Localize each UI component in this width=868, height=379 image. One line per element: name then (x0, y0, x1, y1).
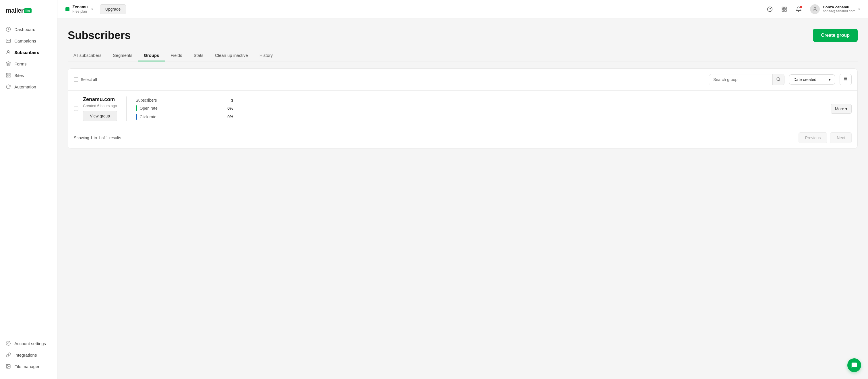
stat-label-open-rate: Open rate (140, 106, 219, 111)
sidebar-item-automation[interactable]: Automation (0, 81, 57, 92)
chat-bubble[interactable] (847, 358, 861, 372)
user-chevron-icon: ▾ (858, 7, 860, 11)
svg-point-2 (7, 51, 9, 52)
filter-icon (843, 77, 848, 81)
svg-rect-5 (9, 73, 10, 75)
image-icon (6, 364, 11, 369)
sidebar-label-dashboard: Dashboard (14, 27, 35, 32)
more-button[interactable]: More ▾ (831, 104, 851, 114)
sidebar-label-sites: Sites (14, 73, 24, 78)
group-stats: Subscribers 3 Open rate 0% Click rate 0% (136, 98, 234, 120)
brand-name: mailer (6, 7, 24, 14)
tab-all-subscribers[interactable]: All subscribers (68, 50, 107, 61)
svg-marker-3 (6, 62, 11, 64)
svg-rect-7 (9, 76, 10, 77)
group-left: Zenamu.com Created 6 hours ago View grou… (83, 96, 117, 121)
sidebar-label-account-settings: Account settings (14, 341, 46, 346)
stat-label-click-rate: Click rate (140, 115, 219, 119)
brand-badge: lite (24, 8, 32, 13)
sidebar-label-forms: Forms (14, 61, 27, 66)
group-divider (126, 96, 127, 121)
user-section[interactable]: Honza Zenamu honza@zenamu.com ▾ (810, 4, 860, 14)
svg-point-10 (7, 365, 8, 366)
svg-rect-13 (782, 7, 784, 9)
sidebar-label-integrations: Integrations (14, 353, 37, 357)
user-info: Honza Zenamu honza@zenamu.com (823, 5, 856, 13)
tab-stats[interactable]: Stats (188, 50, 209, 61)
avatar (810, 4, 820, 14)
date-filter-chevron-icon: ▾ (829, 77, 831, 82)
stat-row-click-rate: Click rate 0% (136, 114, 234, 120)
sidebar-item-subscribers[interactable]: Subscribers (0, 47, 57, 58)
sidebar-item-integrations[interactable]: Integrations (0, 349, 57, 361)
apps-icon[interactable] (780, 5, 789, 14)
notification-dot (800, 6, 802, 8)
upgrade-button[interactable]: Upgrade (100, 4, 126, 14)
svg-rect-14 (785, 7, 786, 9)
select-all-checkbox[interactable] (74, 77, 79, 82)
next-button[interactable]: Next (830, 133, 851, 143)
sidebar-item-forms[interactable]: Forms (0, 58, 57, 69)
clock-icon (6, 27, 11, 32)
sidebar-item-campaigns[interactable]: Campaigns (0, 35, 57, 47)
svg-point-8 (8, 343, 9, 344)
tab-segments[interactable]: Segments (107, 50, 138, 61)
logo: mailerlite (0, 7, 57, 24)
search-icon (776, 77, 781, 82)
stat-label-subscribers: Subscribers (136, 98, 219, 103)
chat-icon (851, 362, 857, 368)
pagination-info: Showing 1 to 1 of 1 results (74, 136, 121, 140)
page-header: Subscribers Create group (68, 29, 858, 42)
tab-fields[interactable]: Fields (165, 50, 188, 61)
search-container (709, 74, 784, 85)
sidebar-nav: Dashboard Campaigns Subscribers Forms Si… (0, 24, 57, 92)
groups-card: Select all Date created ▾ (68, 68, 858, 149)
workspace-info: Zenamu Free plan (72, 5, 88, 13)
sidebar-label-subscribers: Subscribers (14, 50, 39, 55)
table-toolbar: Select all Date created ▾ (68, 69, 857, 91)
sidebar-label-automation: Automation (14, 84, 36, 89)
stat-value-click-rate: 0% (222, 115, 234, 119)
person-icon (6, 50, 11, 55)
click-rate-bar (136, 114, 137, 120)
svg-rect-16 (785, 9, 786, 11)
notifications-icon[interactable] (794, 5, 803, 14)
tab-groups[interactable]: Groups (138, 50, 165, 61)
sidebar-item-dashboard[interactable]: Dashboard (0, 24, 57, 35)
workspace-chevron-icon: ▾ (91, 7, 93, 11)
workspace-status-dot (65, 7, 69, 11)
svg-line-19 (779, 80, 780, 81)
group-checkbox[interactable] (74, 107, 79, 111)
sidebar: mailerlite Dashboard Campaigns Subscribe… (0, 0, 57, 379)
tab-clean-up-inactive[interactable]: Clean up inactive (209, 50, 254, 61)
filter-options-button[interactable] (840, 74, 851, 85)
search-button[interactable] (772, 75, 784, 85)
grid-icon (6, 72, 11, 78)
page-title: Subscribers (68, 29, 131, 41)
previous-button[interactable]: Previous (799, 133, 827, 143)
help-icon[interactable] (765, 5, 774, 14)
view-group-button[interactable]: View group (83, 111, 117, 121)
user-email: honza@zenamu.com (823, 9, 856, 13)
stat-value-open-rate: 0% (222, 106, 234, 111)
date-filter-dropdown[interactable]: Date created ▾ (789, 75, 835, 85)
envelope-icon (6, 38, 11, 43)
sidebar-item-account-settings[interactable]: Account settings (0, 338, 57, 349)
select-all-label[interactable]: Select all (81, 77, 97, 82)
pagination: Showing 1 to 1 of 1 results Previous Nex… (68, 127, 857, 148)
svg-rect-6 (6, 76, 8, 77)
layers-icon (6, 61, 11, 66)
link-icon (6, 352, 11, 357)
sidebar-item-file-manager[interactable]: File manager (0, 361, 57, 372)
sidebar-bottom: Account settings Integrations File manag… (0, 335, 57, 372)
refresh-icon (6, 84, 11, 89)
pagination-buttons: Previous Next (799, 133, 851, 143)
search-input[interactable] (709, 75, 772, 84)
group-created: Created 6 hours ago (83, 104, 117, 108)
sidebar-item-sites[interactable]: Sites (0, 69, 57, 81)
create-group-button[interactable]: Create group (813, 29, 858, 42)
workspace-selector[interactable]: Zenamu Free plan ▾ (65, 5, 93, 13)
tab-history[interactable]: History (254, 50, 279, 61)
main-content: Zenamu Free plan ▾ Upgrade Honz (57, 0, 868, 379)
select-all-container[interactable]: Select all (74, 77, 97, 82)
